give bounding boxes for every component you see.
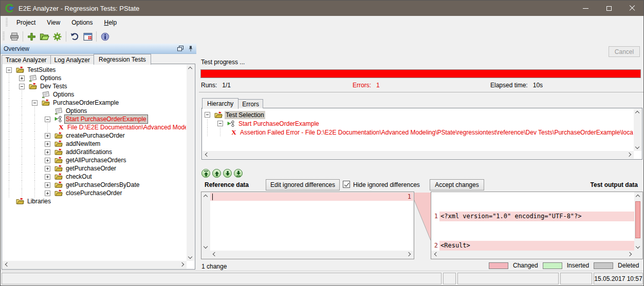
edit-ignored-differences-button[interactable]: Edit ignored differences — [266, 179, 340, 190]
undo-button[interactable] — [68, 30, 81, 43]
tree-item-closepurchaseorder[interactable]: closePurchaseOrder — [2, 189, 186, 197]
tree-horizontal-scrollbar[interactable] — [3, 261, 187, 269]
tree-item-libraries[interactable]: Libraries — [2, 197, 186, 205]
collapse-toggle[interactable] — [19, 84, 25, 89]
pin-panel-icon[interactable] — [188, 46, 193, 52]
expand-toggle[interactable] — [45, 158, 50, 163]
expand-toggle[interactable] — [45, 190, 50, 196]
float-panel-icon[interactable] — [177, 46, 183, 51]
menu-grip[interactable] — [6, 18, 8, 27]
menu-view[interactable]: View — [41, 16, 66, 29]
expand-toggle[interactable] — [45, 133, 50, 139]
suite-folder-icon — [54, 165, 63, 172]
maximize-button[interactable] — [597, 1, 620, 16]
scroll-left-icon — [5, 262, 9, 266]
diff-connector — [414, 192, 431, 259]
hierarchy-horizontal-scrollbar[interactable] — [203, 151, 634, 159]
next-difference-button[interactable] — [223, 169, 232, 178]
reference-horizontal-scrollbar[interactable] — [210, 251, 413, 258]
tree-item-options[interactable]: Options — [2, 107, 186, 115]
scroll-right-icon — [180, 262, 184, 266]
test-progress-bar — [200, 69, 641, 78]
suite-folder-icon — [54, 189, 63, 197]
status-segment — [443, 273, 456, 284]
open-folder-icon — [40, 32, 49, 41]
tree-item-start-purchaseorderexample[interactable]: Start PurchaseOrderExample — [202, 119, 633, 128]
tree-item-error-file[interactable]: File D:\E2E Documentation\Advanced Model… — [2, 123, 186, 131]
results-tabbar: Hierarchy Errors — [202, 98, 263, 108]
info-button[interactable] — [99, 30, 112, 43]
collapse-toggle[interactable] — [45, 117, 50, 122]
scroll-up-icon — [635, 111, 639, 115]
reference-line-number: 1 — [408, 193, 411, 200]
close-button[interactable] — [620, 1, 643, 16]
menu-bar: Project View Options Help — [1, 16, 643, 29]
minimize-button[interactable] — [574, 1, 597, 16]
add-button[interactable] — [25, 30, 38, 43]
tab-log-analyzer[interactable]: Log Analyzer — [50, 55, 94, 64]
collapse-toggle[interactable] — [205, 112, 210, 118]
toolbar-separator — [23, 31, 23, 42]
scroll-right-icon — [627, 152, 631, 157]
collapse-toggle[interactable] — [6, 67, 12, 73]
expand-toggle[interactable] — [45, 174, 50, 180]
tree-item-getpurchaseorder[interactable]: getPurchaseOrder — [2, 164, 186, 173]
menu-project[interactable]: Project — [11, 16, 41, 29]
report-button[interactable] — [81, 30, 94, 43]
tree-item-options[interactable]: Options — [2, 90, 186, 99]
expand-toggle[interactable] — [45, 141, 50, 147]
diff-marker-thumb[interactable] — [635, 201, 640, 238]
settings-button[interactable] — [51, 30, 64, 43]
last-difference-button[interactable] — [234, 169, 243, 178]
collapse-toggle[interactable] — [32, 100, 38, 106]
menu-help[interactable]: Help — [99, 16, 123, 29]
hide-ignored-differences-checkbox[interactable] — [343, 181, 350, 188]
expand-toggle[interactable] — [45, 149, 50, 155]
tree-vertical-scrollbar[interactable] — [187, 65, 194, 261]
hide-ignored-differences-label[interactable]: Hide ignored differences — [353, 181, 420, 188]
expand-toggle[interactable] — [45, 182, 50, 188]
tree-item-assertion-failed-error[interactable]: Assertion Failed Error - File D:\E2E Doc… — [202, 128, 633, 137]
previous-difference-button[interactable] — [212, 169, 221, 178]
expand-toggle[interactable] — [19, 75, 25, 81]
tree-item-options[interactable]: Options — [2, 74, 186, 82]
tree-item-dev-tests[interactable]: Dev Tests — [2, 82, 186, 90]
toolbar-grip[interactable] — [3, 32, 5, 41]
tree-item-getallpurchaseorders[interactable]: getAllPurchaseOrders — [2, 156, 186, 164]
tree-item-start-purchaseorderexample[interactable]: Start PurchaseOrderExample — [2, 115, 186, 123]
tab-trace-analyzer[interactable]: Trace Analyzer — [2, 55, 51, 64]
tree-item-addnewitem[interactable]: addNewItem — [2, 140, 186, 148]
hierarchy-vertical-scrollbar[interactable] — [634, 109, 641, 151]
menu-options[interactable]: Options — [66, 16, 98, 29]
tree-item-addgratifications[interactable]: addGratifications — [2, 148, 186, 156]
changes-count-label: 1 change — [201, 263, 227, 270]
output-vertical-scrollbar[interactable] — [634, 193, 642, 251]
tree-item-createpurchaseorder[interactable]: createPurchaseOrder — [2, 131, 186, 140]
accept-changes-button[interactable]: Accept changes — [430, 179, 484, 190]
test-output-data-label: Test output data — [587, 181, 638, 188]
collapse-toggle[interactable] — [217, 121, 223, 126]
tree-item-testsuites[interactable]: TestSuites — [2, 66, 186, 74]
output-horizontal-scrollbar[interactable] — [432, 251, 634, 258]
scroll-right-icon — [628, 252, 632, 256]
reference-editor[interactable]: 1 — [210, 193, 413, 251]
errors-stat: Errors:1 — [353, 82, 380, 89]
print-button[interactable] — [8, 30, 21, 43]
tree-item-getpurchaseordersbydate[interactable]: getPurchaseOrdersByDate — [2, 181, 186, 189]
output-editor[interactable]: <?xml version="1.0" encoding="UTF-8"?> <… — [439, 192, 634, 251]
scroll-down-icon — [204, 244, 208, 249]
open-button[interactable] — [38, 30, 51, 43]
tab-regression-tests[interactable]: Regression Tests — [94, 54, 151, 65]
text-caret — [212, 194, 213, 200]
tab-errors[interactable]: Errors — [238, 99, 263, 108]
tab-hierarchy[interactable]: Hierarchy — [202, 98, 238, 109]
scroll-up-icon — [188, 67, 192, 71]
tree-item-test-selection[interactable]: Test Selection — [202, 110, 633, 119]
cancel-button[interactable]: Cancel — [609, 46, 640, 57]
reference-vertical-scrollbar[interactable] — [202, 193, 210, 251]
expand-toggle[interactable] — [45, 166, 50, 171]
tree-item-purchaseorderexample[interactable]: PurchaseOrderExample — [2, 99, 186, 107]
first-difference-button[interactable] — [201, 169, 210, 178]
suite-folder-icon — [42, 99, 50, 106]
tree-item-checkout[interactable]: checkOut — [2, 173, 186, 181]
